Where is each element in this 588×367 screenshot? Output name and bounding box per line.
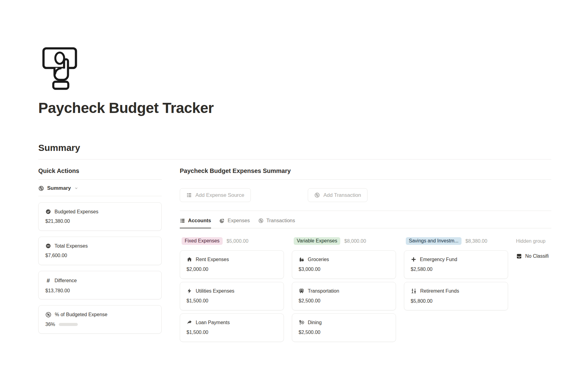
house-icon [187, 257, 192, 262]
tab-label: Expenses [228, 218, 250, 223]
expenses-summary-section: Paycheck Budget Expenses Summary Add Exp… [180, 167, 551, 342]
money-in-hand-icon[interactable] [38, 45, 81, 90]
account-card-value: $5,800.00 [411, 298, 501, 304]
dining-icon [299, 320, 304, 325]
account-card-value: $1,500.00 [187, 330, 277, 335]
summary-heading: Summary [38, 143, 551, 153]
tab-label: Transactions [266, 218, 295, 223]
account-card-label: Dining [308, 320, 322, 325]
progress-bar [59, 323, 78, 326]
expenses-summary-heading: Paycheck Budget Expenses Summary [180, 167, 551, 180]
chevron-down-icon [74, 186, 78, 190]
tab-label: Accounts [188, 218, 211, 223]
tab-expenses[interactable]: Expenses [219, 218, 250, 228]
add-expense-source-label: Add Expense Source [195, 192, 244, 198]
hidden-group-no-classification[interactable]: No Classifi [516, 253, 550, 259]
add-expense-source-button[interactable]: Add Expense Source [180, 188, 251, 202]
group-badge[interactable]: Variable Expenses [294, 237, 340, 245]
account-card-transportation[interactable]: Transportation $2,500.00 [292, 282, 396, 310]
hidden-group-label[interactable]: Hidden group [516, 236, 550, 246]
metric-card-total-expenses[interactable]: Total Expenses $7,600.00 [38, 237, 162, 265]
account-card-loan-payments[interactable]: Loan Payments $1,500.00 [180, 313, 284, 342]
account-card-value: $3,000.00 [299, 267, 389, 272]
table-rows-icon [186, 192, 192, 198]
view-tabs: Accounts Expenses Transactions [180, 218, 551, 228]
group-total: $5,000.00 [227, 238, 248, 244]
swap-circle-icon [38, 185, 44, 191]
quick-actions-heading: Quick Actions [38, 167, 162, 180]
group-total: $8,000.00 [344, 238, 366, 244]
metric-label: Difference [55, 278, 77, 283]
metric-card-budgeted-expenses[interactable]: Budgeted Expenses $21,380.00 [38, 202, 162, 231]
groceries-icon [299, 257, 304, 262]
board-column-variable-expenses: Variable Expenses $8,000.00 Groceries $3… [292, 236, 396, 342]
board-column-hidden-group: Hidden group No Classifi [516, 236, 550, 259]
account-card-rent-expenses[interactable]: Rent Expenses $2,000.00 [180, 250, 284, 279]
account-card-label: Retirement Funds [420, 288, 459, 294]
board-column-fixed-expenses: Fixed Expenses $5,000.00 Rent Expenses $… [180, 236, 284, 342]
view-selector-label: Summary [47, 185, 71, 191]
swap-circle-icon [314, 192, 320, 198]
account-card-utilities-expenses[interactable]: Utilities Expenses $1,500.00 [180, 282, 284, 310]
account-card-value: $2,580.00 [411, 267, 501, 272]
account-card-label: Loan Payments [196, 320, 230, 325]
view-selector-summary[interactable]: Summary [38, 185, 162, 196]
account-card-groceries[interactable]: Groceries $3,000.00 [292, 250, 396, 279]
metric-value: $7,600.00 [45, 253, 155, 258]
account-card-label: Rent Expenses [196, 257, 229, 262]
swap-circle-icon [258, 218, 264, 223]
account-card-value: $2,500.00 [299, 298, 389, 304]
account-card-value: $2,500.00 [299, 330, 389, 335]
paycheck-budget-tracker-page: Paycheck Budget Tracker Summary Quick Ac… [0, 45, 588, 367]
arrow-redo-icon [187, 320, 192, 325]
metric-label: Total Expenses [55, 243, 88, 249]
page-title: Paycheck Budget Tracker [38, 99, 588, 116]
table-rows-icon [180, 218, 185, 223]
metric-value: $13,780.00 [45, 288, 155, 294]
metric-card-percent-of-budgeted[interactable]: % of Budgeted Expense 36% [38, 305, 162, 334]
tab-accounts[interactable]: Accounts [180, 218, 211, 228]
group-badge[interactable]: Fixed Expenses [182, 237, 223, 245]
plus-icon [411, 257, 417, 262]
minus-circle-icon [45, 243, 51, 249]
bolt-icon [187, 288, 192, 294]
bus-icon [299, 288, 304, 294]
check-circle-icon [45, 209, 51, 215]
account-card-retirement-funds[interactable]: Retirement Funds $5,800.00 [404, 282, 508, 310]
account-card-label: Transportation [308, 288, 339, 294]
progress-percent-value: 36% [45, 322, 55, 327]
add-transaction-button[interactable]: Add Transaction [308, 188, 368, 202]
account-card-emergency-fund[interactable]: Emergency Fund $2,580.00 [404, 250, 508, 279]
metric-card-difference[interactable]: # Difference $13,780.00 [38, 271, 162, 299]
hidden-item-label: No Classifi [525, 253, 548, 259]
account-card-label: Utilities Expenses [196, 288, 234, 294]
account-card-value: $1,500.00 [187, 298, 277, 304]
metric-label: Budgeted Expenses [55, 209, 98, 215]
inbox-icon [516, 253, 522, 259]
accounts-board: Fixed Expenses $5,000.00 Rent Expenses $… [180, 236, 551, 342]
board-column-savings-investments: Savings and Investm... $8,380.00 Emergen… [404, 236, 508, 310]
account-card-value: $2,000.00 [187, 267, 277, 272]
tab-transactions[interactable]: Transactions [258, 218, 295, 228]
percent-circle-icon [45, 312, 51, 318]
account-card-label: Emergency Fund [420, 257, 457, 262]
group-badge[interactable]: Savings and Investm... [406, 237, 462, 245]
pie-chart-icon [219, 218, 225, 223]
retirement-icon [411, 288, 417, 294]
account-card-label: Groceries [308, 257, 329, 262]
hash-icon: # [45, 277, 51, 284]
group-total: $8,380.00 [466, 238, 487, 244]
metric-value: $21,380.00 [45, 219, 155, 224]
account-card-dining[interactable]: Dining $2,500.00 [292, 313, 396, 342]
metric-label: % of Budgeted Expense [55, 312, 107, 317]
quick-actions-section: Quick Actions Summary Budgeted Expense [38, 167, 162, 334]
add-transaction-label: Add Transaction [323, 192, 361, 198]
